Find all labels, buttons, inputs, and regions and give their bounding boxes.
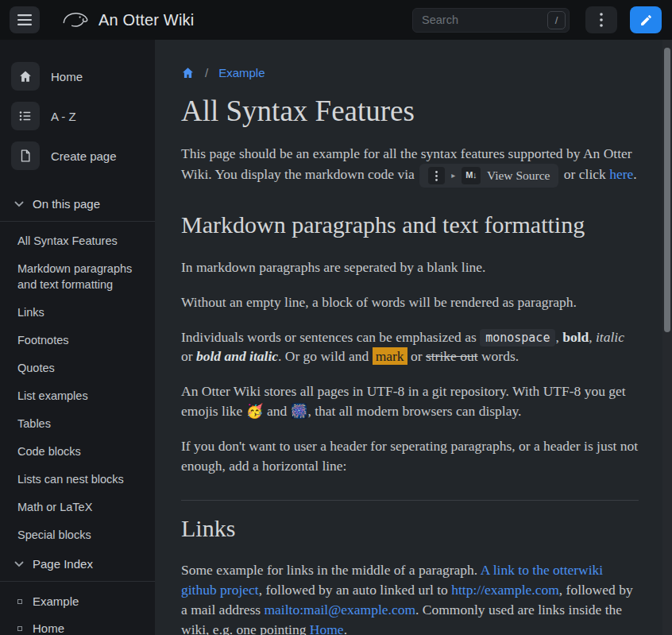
text: Some example for links in the middle of … — [181, 562, 481, 578]
search-shortcut-badge: / — [547, 11, 566, 29]
page-index-item-example[interactable]: Example — [17, 594, 144, 608]
breadcrumb-separator: / — [205, 66, 208, 79]
code-span: monospace — [480, 329, 555, 347]
bold-text: bold — [562, 329, 589, 345]
hamburger-icon — [17, 14, 32, 25]
square-bullet-icon — [17, 626, 22, 631]
sidebar-item-create-page[interactable]: Create page — [0, 138, 155, 173]
page-index-item-home[interactable]: Home — [17, 621, 144, 635]
text: . Or go wild and — [278, 348, 373, 364]
chevron-down-icon — [14, 201, 24, 207]
toc-item[interactable]: Lists can nest blocks — [17, 471, 144, 487]
mailto-link[interactable]: mailto:mail@example.com — [264, 602, 415, 618]
search-container: / — [412, 8, 570, 33]
intro-text: or click — [560, 166, 609, 182]
text: and — [264, 403, 291, 419]
hamburger-menu-button[interactable] — [10, 6, 40, 33]
page-index-label: Page Index — [33, 557, 93, 571]
view-source-widget[interactable]: ▸M↓View Source — [419, 164, 558, 188]
breadcrumb: / Example — [181, 66, 639, 79]
links-paragraph: Some example for links in the middle of … — [181, 560, 639, 635]
overflow-menu-button[interactable] — [585, 6, 617, 33]
paragraph: In markdown paragraphs are seperated by … — [181, 257, 639, 277]
toc-item[interactable]: Links — [17, 304, 144, 320]
scrollbar-track[interactable] — [662, 40, 672, 635]
text: , followed by an auto linked url to — [259, 582, 452, 598]
strikethrough-text: strike out — [426, 348, 478, 364]
sidebar-item-label: A - Z — [51, 110, 76, 123]
main-content: / Example All Syntax Features This page … — [155, 40, 662, 635]
toc-item[interactable]: Special blocks — [17, 527, 144, 543]
paragraph: If you don't want to user a header for s… — [181, 436, 639, 476]
text: Individuals words or sentences can be em… — [181, 329, 480, 345]
home-wiki-link[interactable]: Home — [310, 621, 344, 635]
on-this-page-toggle[interactable]: On this page — [0, 197, 155, 211]
brand[interactable]: An Otter Wiki — [60, 9, 194, 31]
pencil-icon — [639, 14, 653, 27]
party-face-emoji: 🥳 — [246, 403, 264, 419]
intro-paragraph: This page should be an example for all t… — [181, 144, 639, 188]
sidebar-item-label: Home — [51, 70, 83, 83]
section-heading-links: Links — [181, 512, 639, 546]
page-title: All Syntax Features — [181, 94, 639, 129]
sidebar-item-a-z[interactable]: A - Z — [0, 99, 155, 134]
kebab-icon — [600, 13, 603, 27]
page-index-list: Example Home — [0, 582, 155, 635]
chevron-down-icon — [14, 561, 24, 567]
text: , that all modern browsers can display. — [307, 403, 521, 419]
italic-text: italic — [596, 329, 624, 345]
text: words. — [478, 348, 519, 364]
formatting-examples-paragraph: Individuals words or sentences can be em… — [181, 327, 639, 367]
text: . — [344, 621, 347, 635]
toc-item[interactable]: Quotes — [17, 360, 144, 376]
scrollbar-thumb[interactable] — [664, 48, 670, 332]
page-index-item-label: Home — [33, 621, 64, 635]
bold-italic-text: bold and italic — [196, 348, 278, 364]
text: or — [181, 348, 196, 364]
breadcrumb-home-icon[interactable] — [181, 66, 195, 79]
toc-item[interactable]: Tables — [17, 416, 144, 432]
toc-item[interactable]: List examples — [17, 388, 144, 404]
document-icon — [11, 141, 40, 170]
toc-item[interactable]: Markdown paragraphs and text formatting — [17, 261, 144, 292]
text: , — [589, 329, 596, 345]
text: , — [555, 329, 562, 345]
view-source-label: View Source — [487, 167, 550, 184]
mark-text: mark — [373, 347, 407, 365]
toc-item[interactable]: Math or LaTeX — [17, 499, 144, 515]
sidebar-item-home[interactable]: Home — [0, 59, 155, 94]
menu-arrow-icon: ▸ — [451, 170, 455, 181]
intro-text: . — [633, 166, 636, 182]
horizontal-rule — [181, 500, 639, 501]
on-this-page-list: All Syntax Features Markdown paragraphs … — [0, 222, 155, 543]
app-title: An Otter Wiki — [98, 11, 194, 29]
otter-logo-icon — [60, 9, 91, 31]
page-index-item-label: Example — [33, 594, 79, 608]
section-heading-markdown: Markdown paragraphs and text formatting — [181, 208, 639, 242]
home-icon — [11, 62, 40, 91]
on-this-page-label: On this page — [33, 197, 100, 211]
toc-item[interactable]: All Syntax Features — [17, 233, 144, 249]
sidebar-item-label: Create page — [51, 149, 117, 163]
toc-item[interactable]: Footnotes — [17, 332, 144, 348]
search-input[interactable] — [412, 8, 570, 33]
list-icon — [11, 102, 40, 130]
edit-page-button[interactable] — [630, 6, 662, 33]
top-navbar: An Otter Wiki / — [0, 0, 672, 40]
sidebar-primary-nav: Home A - Z Create page — [0, 40, 155, 173]
example-com-link[interactable]: http://example.com — [451, 582, 559, 598]
page-index-toggle[interactable]: Page Index — [0, 557, 155, 571]
here-link[interactable]: here — [609, 166, 633, 182]
text: or — [407, 348, 426, 364]
breadcrumb-current-link[interactable]: Example — [218, 66, 265, 79]
paragraph: Without an empty line, a block of words … — [181, 292, 639, 312]
square-bullet-icon — [17, 599, 22, 604]
kebab-icon — [428, 167, 445, 184]
sidebar: Home A - Z Create page — [0, 40, 155, 635]
fireworks-emoji: 🎆 — [291, 403, 308, 419]
markdown-badge-icon: M↓ — [462, 167, 481, 184]
toc-item[interactable]: Code blocks — [17, 443, 144, 459]
utf8-paragraph: An Otter Wiki stores all pages in UTF-8 … — [181, 381, 639, 421]
